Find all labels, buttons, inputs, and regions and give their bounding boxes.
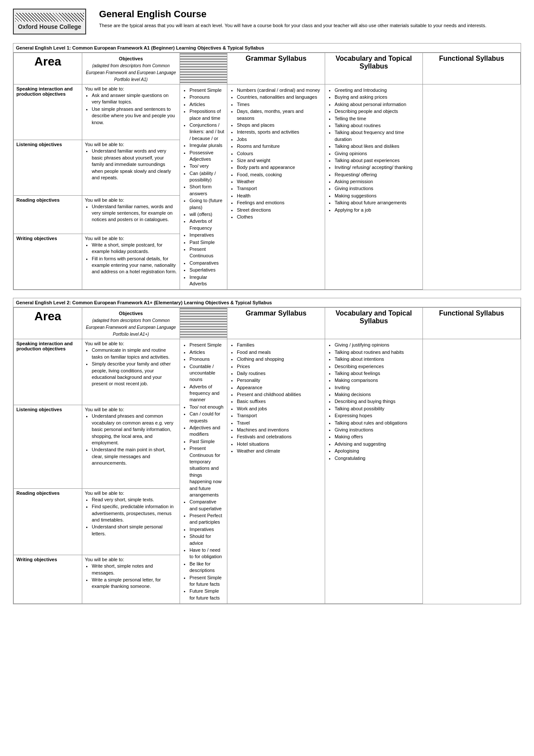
functional-item-2: Talking about possibility bbox=[335, 406, 420, 412]
reading-obj-2-2: Find specific, predictable information i… bbox=[92, 503, 177, 523]
objectives-desc: (adapted from descriptors from Common Eu… bbox=[86, 63, 176, 82]
listening-objectives-2: You will be able to: Understand phrases … bbox=[82, 405, 180, 488]
listening-area: Listening objectives bbox=[14, 140, 82, 195]
vocab-item: Clothes bbox=[237, 214, 322, 220]
vocab-item: Rooms and furniture bbox=[237, 143, 322, 150]
logo-box: Oxford House College bbox=[13, 9, 90, 34]
vocab-item: Numbers (cardinal / ordinal) and money bbox=[237, 87, 322, 94]
reading-objectives-2: You will be able to: Read very short, si… bbox=[82, 488, 180, 555]
functional-item: Talking about routines bbox=[335, 122, 420, 129]
functional-item-2: Inviting bbox=[335, 384, 420, 391]
level1-table: Area Objectives (adapted from descriptor… bbox=[13, 53, 521, 290]
logo-text: Oxford House College bbox=[18, 23, 81, 30]
vocab-item-2: Transport bbox=[237, 412, 322, 419]
grammar-item-2: Adjectives and modifiers bbox=[189, 425, 224, 438]
grammar-item: Conjunctions / linkers: and / but / beca… bbox=[189, 122, 224, 142]
grammar-item-2: Imperatives bbox=[189, 526, 224, 533]
vocab-list-2: Families Food and meals Clothing and sho… bbox=[230, 342, 322, 454]
functional-item-2: Talking about feelings bbox=[335, 370, 420, 377]
header-text: General English Course These are the typ… bbox=[99, 9, 486, 29]
grammar-item-2: Have to / need to for obligation bbox=[189, 547, 224, 560]
functional-item-2: Expressing hopes bbox=[335, 412, 420, 419]
reading-area: Reading objectives bbox=[14, 195, 82, 234]
objectives-label-2: Objectives bbox=[119, 311, 143, 316]
grammar-item: Possessive Adjectives bbox=[189, 150, 224, 163]
functional-item: Asking about personal information bbox=[335, 101, 420, 108]
area-label-2: Area bbox=[34, 309, 61, 323]
functional-item: Asking permission bbox=[335, 178, 420, 185]
writing-obj-2: Fill in forms with personal details, for… bbox=[92, 256, 177, 275]
vocab-item: Transport bbox=[237, 185, 322, 192]
speaking-objectives: You will be able to: Ask and answer simp… bbox=[82, 84, 180, 140]
objectives-col-header-2: Objectives (adapted from descriptors fro… bbox=[82, 308, 180, 339]
level2-section: General English Level 2: Common European… bbox=[13, 298, 521, 604]
grammar-item-2: Pronouns bbox=[189, 356, 224, 362]
functional-item-2: Making comparisons bbox=[335, 377, 420, 384]
writing-obj-list: Write a short, simple postcard, for exam… bbox=[85, 242, 177, 275]
grammar-item: Can (ability / possibility) bbox=[189, 170, 224, 184]
listening-obj-1: Understand familiar words and very basic… bbox=[92, 148, 177, 181]
writing-obj-1: Write a short, simple postcard, for exam… bbox=[92, 242, 177, 255]
grammar-item-2: Present Perfect and participles bbox=[189, 512, 224, 526]
area-col-header: Area bbox=[14, 53, 82, 84]
functional-item-2: Describing and buying things bbox=[335, 398, 420, 405]
grammar-item: Irregular plurals bbox=[189, 142, 224, 149]
functional-item-2: Congratulating bbox=[335, 455, 420, 462]
logo: Oxford House College bbox=[13, 9, 86, 34]
objectives-desc-2: (adapted from descriptors from Common Eu… bbox=[86, 318, 176, 337]
vocab-item-2: Weather and climate bbox=[237, 448, 322, 454]
grammar-item: Going to (future plans) bbox=[189, 197, 224, 211]
functional-item: Buying and asking prices bbox=[335, 94, 420, 100]
grammar-item-2: Present Continuous for temporary situati… bbox=[189, 445, 224, 498]
level2-header-row: Area Objectives (adapted from descriptor… bbox=[14, 308, 521, 339]
listening-obj-list: Understand familiar words and very basic… bbox=[85, 148, 177, 181]
vocab-item-2: Present and childhood abilities bbox=[237, 391, 322, 398]
functional-item: Talking about frequency and time duratio… bbox=[335, 129, 420, 143]
logo-pattern bbox=[15, 13, 84, 22]
listening-objectives: You will be able to: Understand familiar… bbox=[82, 140, 180, 195]
vocab-item: Interests, sports and activities bbox=[237, 129, 322, 135]
vocab-item-2: Families bbox=[237, 342, 322, 348]
grammar-item-2: Present Simple bbox=[189, 342, 224, 348]
grammar-item: Imperatives bbox=[189, 232, 224, 238]
functional-item-2: Making offers bbox=[335, 434, 420, 440]
functional-item-2: Talking about intentions bbox=[335, 356, 420, 362]
functional-item: Telling the time bbox=[335, 116, 420, 122]
page-subtitle: These are the typical areas that you wil… bbox=[99, 22, 486, 29]
grammar-col-header-2: Grammar Syllabus bbox=[227, 308, 325, 339]
vocab-item-2: Festivals and celebrations bbox=[237, 434, 322, 440]
grammar-content: Present Simple Pronouns Articles Preposi… bbox=[180, 84, 227, 290]
functional-item-2: Making decisions bbox=[335, 391, 420, 398]
divider-2 bbox=[180, 308, 227, 339]
vocab-item-2: Prices bbox=[237, 363, 322, 370]
reading-objectives: You will be able to: Understand familiar… bbox=[82, 195, 180, 234]
grammar-item: will (offers) bbox=[189, 211, 224, 218]
grammar-item-2: Past Simple bbox=[189, 438, 224, 445]
speaking-objectives-2: You will be able to: Communicate in simp… bbox=[82, 339, 180, 405]
listening-area-2: Listening objectives bbox=[14, 405, 82, 488]
grammar-item: Articles bbox=[189, 101, 224, 108]
vocab-item: Street directions bbox=[237, 207, 322, 213]
grammar-item-2: Be like for descriptions bbox=[189, 561, 224, 574]
grammar-content-2: Present Simple Articles Pronouns Countab… bbox=[180, 339, 227, 604]
reading-area-2: Reading objectives bbox=[14, 488, 82, 555]
grammar-item: Pronouns bbox=[189, 94, 224, 100]
functional-content-2: Giving / justifying opinions Talking abo… bbox=[325, 339, 422, 604]
speaking-obj-2: Use simple phrases and sentences to desc… bbox=[92, 106, 177, 126]
area-label: Area bbox=[34, 55, 61, 68]
page-title: General English Course bbox=[99, 9, 486, 20]
functional-item: Requesting/ offering bbox=[335, 172, 420, 178]
vocab-item-2: Clothing and shopping bbox=[237, 356, 322, 362]
functional-item-2: Advising and suggesting bbox=[335, 441, 420, 447]
page-header: Oxford House College General English Cou… bbox=[13, 9, 521, 34]
grammar-item: Too/ very bbox=[189, 163, 224, 169]
grammar-item-2: Future Simple for future facts bbox=[189, 588, 224, 601]
vocab-item: Feelings and emotions bbox=[237, 200, 322, 206]
grammar-item: Adverbs of Frequency bbox=[189, 218, 224, 231]
vocab-item: Health bbox=[237, 193, 322, 199]
vocab-item-2: Basic suffixes bbox=[237, 398, 322, 405]
objectives-col-header: Objectives (adapted from descriptors fro… bbox=[82, 53, 180, 84]
reading-obj-2-1: Read very short, simple texts. bbox=[92, 497, 177, 503]
functional-content: Greeting and Introducing Buying and aski… bbox=[325, 84, 422, 290]
grammar-item-2: Comparative and superlative bbox=[189, 499, 224, 512]
